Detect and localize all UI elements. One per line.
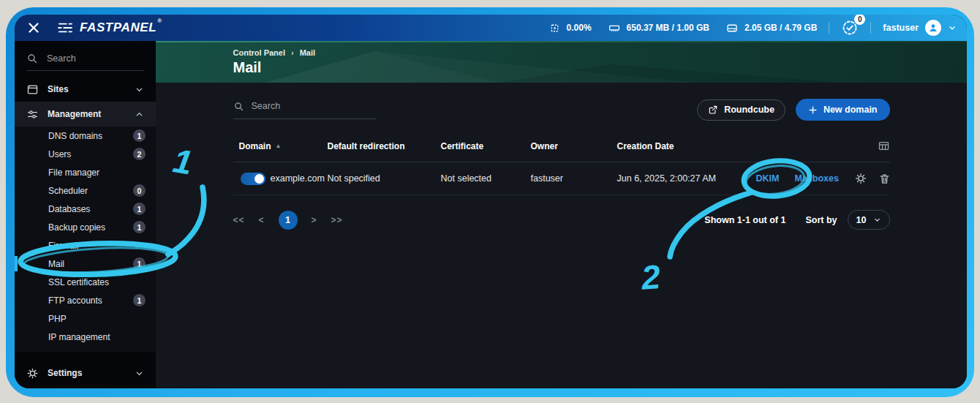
sidebar-item-sites[interactable]: Sites [15, 77, 156, 102]
sidebar-search[interactable] [26, 53, 144, 71]
sidebar-item-label: Management [48, 109, 101, 119]
column-header-created[interactable]: Creation Date [617, 141, 756, 151]
first-page-button[interactable]: << [233, 215, 245, 225]
page-header-banner: Control Panel › Mail Mail [156, 41, 967, 83]
sidebar-item-label: PHP [48, 314, 67, 324]
sidebar-item-dns-domains[interactable]: DNS domains1 [15, 127, 156, 145]
chevron-down-icon [873, 216, 881, 224]
chevron-down-icon [135, 85, 144, 94]
count-badge: 1 [133, 294, 146, 306]
mailboxes-link[interactable]: Mailboxes [794, 173, 838, 184]
redirection-cell: Not specified [328, 173, 441, 184]
domain-enabled-toggle[interactable] [241, 173, 265, 185]
column-header-owner[interactable]: Owner [531, 141, 617, 151]
sidebar-item-scheduler[interactable]: Scheduler0 [15, 181, 156, 200]
pagination: << < 1 > >> Shown 1-1 out of 1 Sort by 1… [233, 210, 890, 230]
roundcube-label: Roundcube [724, 105, 774, 115]
memory-value: 650.37 MB / 1.00 GB [627, 23, 709, 33]
certificate-cell: Not selected [441, 173, 531, 184]
sidebar-item-label: Scheduler [48, 186, 88, 196]
sidebar-item-label: Settings [48, 368, 82, 378]
breadcrumb-root[interactable]: Control Panel [233, 48, 286, 57]
memory-stat: 650.37 MB / 1.00 GB [608, 22, 709, 34]
chevron-down-icon [948, 23, 957, 32]
sidebar-item-label: SSL certificates [48, 277, 109, 287]
roundcube-button[interactable]: Roundcube [697, 99, 785, 121]
management-group: Management DNS domains1 Users2 File mana… [15, 102, 156, 352]
chevron-down-icon [135, 369, 144, 378]
sidebar-item-firewall[interactable]: Firewall [15, 236, 156, 255]
close-icon[interactable] [28, 22, 39, 34]
domain-name[interactable]: example.com [271, 173, 325, 184]
sites-icon [26, 83, 39, 96]
topbar-divider [829, 22, 829, 34]
count-badge: 0 [133, 184, 146, 197]
column-settings-icon[interactable] [878, 140, 890, 152]
search-icon [26, 53, 38, 64]
toolbar: Roundcube New domain [233, 99, 890, 121]
column-label: Domain [239, 141, 271, 151]
ram-icon [608, 22, 621, 34]
topbar-divider [870, 22, 871, 34]
sidebar-item-settings[interactable]: Settings [15, 361, 156, 385]
sidebar-item-label: Backup copies [48, 222, 105, 233]
sidebar-item-label: IP management [48, 332, 110, 342]
search-icon [233, 101, 244, 112]
page-size-select[interactable]: 10 [848, 210, 890, 230]
sidebar-item-ftp-accounts[interactable]: FTP accounts1 [15, 291, 156, 309]
count-badge: 1 [133, 221, 146, 233]
tasks-button[interactable]: 0 [841, 19, 859, 37]
count-badge: 2 [133, 148, 146, 160]
column-header-redirection[interactable]: Default redirection [328, 141, 441, 151]
count-badge: 1 [133, 129, 146, 142]
sidebar-item-databases[interactable]: Databases1 [15, 200, 156, 218]
domain-search-input[interactable] [252, 101, 361, 111]
plus-icon [808, 105, 818, 115]
column-header-certificate[interactable]: Certificate [441, 141, 531, 151]
brand-logo[interactable]: FASTPANEL® [57, 20, 162, 35]
gear-icon[interactable] [854, 172, 867, 185]
mail-domains-table: Domain ▲ Default redirection Certificate… [233, 140, 890, 195]
column-header-domain[interactable]: Domain ▲ [233, 141, 328, 151]
brand-name: FASTPANEL® [80, 20, 162, 35]
dkim-link[interactable]: DKIM [756, 173, 780, 184]
breadcrumb-separator: › [291, 48, 294, 57]
cpu-icon [549, 22, 561, 34]
domain-search[interactable] [233, 101, 376, 119]
sidebar-item-label: Users [48, 149, 71, 159]
sidebar-item-php[interactable]: PHP [15, 309, 156, 328]
gear-icon [26, 367, 39, 380]
sidebar-item-file-manager[interactable]: File manager [15, 163, 156, 181]
table-row: example.com Not specified Not selected f… [233, 162, 890, 195]
user-menu[interactable]: fastuser [883, 20, 957, 36]
disk-value: 2.05 GB / 4.79 GB [745, 23, 817, 33]
sidebar-item-label: Sites [48, 84, 69, 94]
created-cell: Jun 6, 2025, 2:00:27 AM [617, 173, 756, 184]
last-page-button[interactable]: >> [331, 215, 343, 225]
tasks-count-badge: 0 [854, 15, 865, 25]
main-content: Control Panel › Mail Mail [156, 41, 967, 388]
breadcrumb-current: Mail [300, 48, 315, 57]
prev-page-button[interactable]: < [259, 215, 265, 225]
sidebar-item-ip-management[interactable]: IP management [15, 328, 156, 346]
page-title: Mail [233, 59, 890, 76]
sidebar-item-ssl-certificates[interactable]: SSL certificates [15, 273, 156, 291]
disk-stat: 2.05 GB / 4.79 GB [725, 22, 817, 34]
sidebar-item-backup-copies[interactable]: Backup copies1 [15, 218, 156, 236]
sidebar-item-users[interactable]: Users2 [15, 145, 156, 163]
new-domain-button[interactable]: New domain [796, 99, 890, 121]
sidebar-item-mail[interactable]: Mail1 [15, 255, 156, 273]
breadcrumb: Control Panel › Mail [233, 41, 890, 57]
sidebar-item-management[interactable]: Management [15, 102, 156, 127]
trash-icon[interactable] [878, 173, 891, 185]
count-badge: 1 [133, 203, 146, 215]
sidebar-search-input[interactable] [47, 53, 135, 64]
next-page-button[interactable]: > [312, 215, 317, 225]
current-page-button[interactable]: 1 [279, 211, 298, 230]
sliders-icon [26, 108, 39, 121]
chevron-up-icon [135, 110, 144, 119]
sidebar-item-label: File manager [48, 167, 99, 178]
new-domain-label: New domain [823, 105, 878, 115]
sidebar-item-label: Databases [48, 204, 90, 214]
topbar: FASTPANEL® 0.00% 650.37 MB / 1.00 GB [15, 15, 967, 41]
